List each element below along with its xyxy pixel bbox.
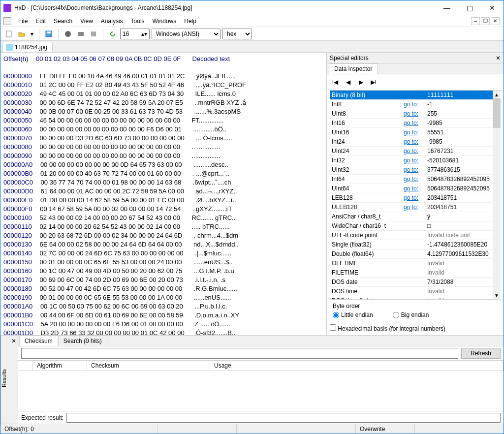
goto-link[interactable]: go to:: [404, 185, 425, 192]
menu-windows[interactable]: Windows: [149, 17, 181, 26]
new-button[interactable]: [3, 29, 14, 39]
data-inspector-grid[interactable]: Binary (8 bit)11111111Int8go to:-1UInt8g…: [330, 90, 501, 299]
checksum-tab[interactable]: Checksum: [19, 336, 58, 346]
goto-link[interactable]: go to:: [404, 120, 425, 126]
scroll-down-icon[interactable]: ▼: [493, 291, 501, 299]
refresh-button[interactable]: [107, 29, 118, 39]
expected-result-label: Expected result:: [21, 414, 63, 421]
search-results-tab[interactable]: Search (0 hits): [58, 336, 107, 346]
nav-first-button[interactable]: I◀: [330, 77, 341, 87]
goto-link[interactable]: go to:: [404, 148, 425, 155]
expected-result-input[interactable]: [66, 413, 501, 423]
inspector-row[interactable]: Int24go to:-9985: [330, 137, 501, 147]
process-button[interactable]: [88, 29, 99, 39]
col-checksum[interactable]: Checksum: [87, 361, 210, 371]
inspector-row[interactable]: UInt64go to:5064878326892452095: [330, 184, 501, 193]
menu-analysis[interactable]: Analysis: [97, 17, 127, 26]
byte-order-label: Byte order: [333, 303, 498, 310]
nav-prev-button[interactable]: ◀: [343, 77, 353, 87]
ram-button[interactable]: [75, 29, 86, 39]
refresh-button[interactable]: Refresh: [461, 348, 501, 359]
checksum-algo-combo[interactable]: [21, 348, 458, 359]
data-inspector-tab[interactable]: Data inspector: [329, 63, 378, 74]
inspector-row[interactable]: Int16go to:-9985: [330, 119, 501, 128]
special-close-button[interactable]: ✕: [496, 55, 501, 62]
inspector-row[interactable]: DOS time & dateInvalid: [330, 296, 501, 299]
goto-link[interactable]: go to:: [404, 204, 425, 211]
inspector-row[interactable]: DOS timeInvalid: [330, 287, 501, 296]
goto-link[interactable]: go to:: [404, 166, 425, 173]
inspector-row[interactable]: UInt24go to:16767231: [330, 147, 501, 156]
inspector-row[interactable]: Double (float64)4.12977009611532E30: [330, 249, 501, 259]
tab-filename: 1188254.jpg: [15, 44, 47, 51]
little-endian-radio[interactable]: Little endian: [333, 311, 373, 318]
inspector-row[interactable]: LEB128go to:203418751: [330, 193, 501, 203]
nav-next-button[interactable]: ▶: [355, 77, 366, 87]
col-spacer: [18, 361, 33, 371]
menu-tools[interactable]: Tools: [127, 17, 149, 26]
inspector-row[interactable]: UInt32go to:3774863615: [330, 165, 501, 175]
app-icon: [3, 4, 11, 12]
nav-last-button[interactable]: ▶I: [368, 77, 379, 87]
file-tab[interactable]: 1188254.jpg: [2, 42, 53, 52]
menu-edit[interactable]: Edit: [32, 17, 50, 26]
svg-rect-0: [6, 31, 11, 37]
results-sidebar-label[interactable]: Results: [0, 336, 9, 424]
inspector-row[interactable]: Int32go to:-520103681: [330, 156, 501, 165]
goto-link[interactable]: go to:: [404, 138, 425, 145]
minimize-button[interactable]: —: [436, 0, 458, 15]
scroll-up-icon[interactable]: ▲: [493, 91, 501, 98]
big-endian-radio[interactable]: Big endian: [393, 311, 429, 318]
special-editors-title: Special editors: [330, 55, 369, 62]
status-offset: Offset(h): 0: [0, 424, 79, 434]
inspector-row[interactable]: ULEB128go to:203418751: [330, 203, 501, 212]
goto-link[interactable]: go to:: [404, 194, 425, 201]
inspector-row[interactable]: Int8go to:-1: [330, 100, 501, 109]
menu-help[interactable]: Help: [180, 17, 200, 26]
col-usage[interactable]: Usage: [210, 361, 504, 371]
inspector-row[interactable]: UInt16go to:55551: [330, 128, 501, 137]
menu-view[interactable]: View: [76, 17, 97, 26]
charset-select[interactable]: Windows (ANSI): [152, 29, 220, 39]
goto-link[interactable]: go to:: [404, 157, 425, 164]
open-dropdown[interactable]: ▾: [29, 29, 35, 39]
inspector-row[interactable]: OLETIMEInvalid: [330, 259, 501, 268]
inspector-row[interactable]: WideChar / char16_t□: [330, 221, 501, 231]
status-cell-4: [237, 424, 356, 434]
goto-link[interactable]: go to:: [404, 101, 425, 108]
hex-basis-checkbox[interactable]: Hexadecimal basis (for integral numbers): [330, 325, 445, 332]
numeral-select[interactable]: hex: [222, 29, 252, 39]
inspector-row[interactable]: Int64go to:5064878326892452095: [330, 175, 501, 184]
save-button[interactable]: [43, 29, 54, 39]
bytes-per-row-spinner[interactable]: 16▴▾: [120, 29, 150, 39]
goto-link[interactable]: go to:: [404, 110, 425, 117]
maximize-button[interactable]: ▢: [458, 0, 481, 15]
open-button[interactable]: [16, 29, 27, 39]
svg-point-3: [65, 31, 71, 37]
document-icon: [3, 17, 11, 25]
disk-button[interactable]: [63, 29, 73, 39]
close-button[interactable]: ✕: [481, 0, 504, 15]
scrollbar-thumb[interactable]: [493, 98, 501, 128]
inspector-row[interactable]: Single (float32)-1.4748612360085E20: [330, 240, 501, 249]
mdi-close[interactable]: ✕: [491, 17, 500, 25]
status-cell-2: [79, 424, 158, 434]
goto-link[interactable]: go to:: [404, 176, 425, 183]
col-algorithm[interactable]: Algorithm: [33, 361, 87, 371]
inspector-row[interactable]: DOS date7/31/2088: [330, 278, 501, 287]
inspector-row[interactable]: Binary (8 bit)11111111: [330, 91, 501, 100]
file-icon: [6, 44, 13, 51]
status-cell-3: [158, 424, 237, 434]
menu-file[interactable]: File: [14, 17, 32, 26]
inspector-row[interactable]: FILETIMEInvalid: [330, 268, 501, 278]
checksum-list: [18, 371, 504, 411]
inspector-row[interactable]: AnsiChar / char8_tÿ: [330, 212, 501, 221]
mdi-restore[interactable]: ❐: [481, 17, 490, 25]
bottom-panel-close[interactable]: ✕: [9, 336, 18, 424]
mdi-minimize[interactable]: –: [471, 17, 480, 25]
menu-search[interactable]: Search: [50, 17, 76, 26]
inspector-row[interactable]: UInt8go to:255: [330, 109, 501, 119]
hex-editor[interactable]: Offset(h) 00 01 02 03 04 05 06 07 08 09 …: [0, 53, 326, 335]
goto-link[interactable]: go to:: [404, 129, 425, 136]
inspector-row[interactable]: UTF-8 code pointInvalid code unit: [330, 231, 501, 240]
